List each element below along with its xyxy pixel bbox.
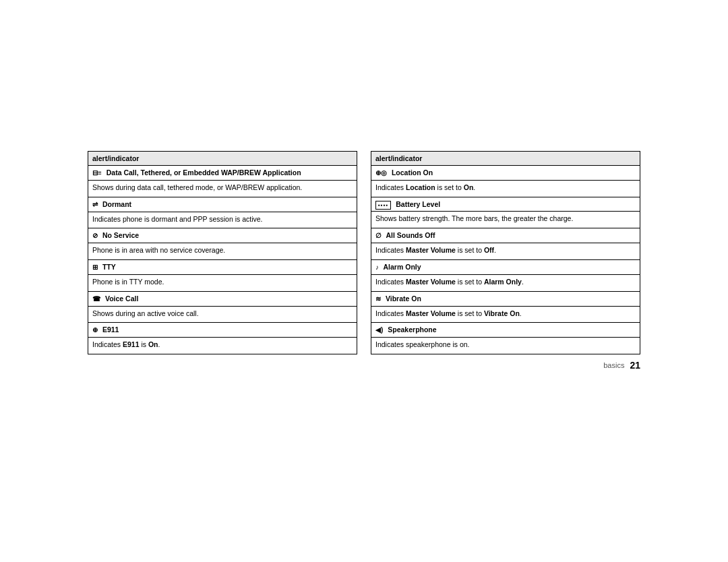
footer-page-number: 21 [630, 360, 640, 371]
location-bold1: Location [406, 183, 435, 191]
table-row: ⊘ No Service [88, 228, 357, 243]
e911-icon: ⊕ [92, 326, 98, 334]
sounds-off-bold2: Off [484, 246, 494, 254]
left-table-header: alert/indicator [88, 151, 357, 165]
speakerphone-header: ◀) Speakerphone [371, 323, 640, 338]
table-row: ☎ Voice Call [88, 291, 357, 306]
alarm-bold1: Master Volume [406, 278, 456, 286]
e911-label: E911 [102, 325, 119, 334]
location-on-desc: Indicates Location is set to On. [371, 180, 640, 197]
right-table: alert/indicator ⊕◎ Location On Indicates… [371, 151, 640, 354]
table-row: ⇌ Dormant [88, 197, 357, 212]
data-call-label: Data Call, Tethered, or Embedded WAP/BRE… [107, 168, 301, 177]
voice-call-desc: Shows during an active voice call. [88, 306, 357, 323]
battery-level-icon: ▪▪▪▪ [375, 201, 391, 210]
battery-level-desc: Shows battery strength. The more bars, t… [371, 212, 640, 228]
battery-level-header: ▪▪▪▪ Battery Level [371, 197, 640, 212]
table-row: Indicates Master Volume is set to Alarm … [371, 274, 640, 291]
table-row: Indicates Master Volume is set to Vibrat… [371, 306, 640, 323]
alarm-only-label: Alarm Only [384, 263, 421, 271]
table-row: ⊟≡ Data Call, Tethered, or Embedded WAP/… [88, 165, 357, 180]
table-row: ⊕ E911 [88, 323, 357, 338]
table-row: Shows battery strength. The more bars, t… [371, 212, 640, 228]
dormant-header: ⇌ Dormant [88, 197, 357, 212]
alarm-only-icon: ♪ [375, 263, 379, 271]
footer-basics: basics [603, 361, 624, 369]
table-row: Phone is in TTY mode. [88, 275, 357, 292]
table-row: ◀) Speakerphone [371, 323, 640, 338]
alarm-only-desc: Indicates Master Volume is set to Alarm … [371, 274, 640, 291]
speakerphone-desc: Indicates speakerphone is on. [371, 338, 640, 354]
data-call-header: ⊟≡ Data Call, Tethered, or Embedded WAP/… [88, 165, 357, 180]
table-row: Phone is in area with no service coverag… [88, 243, 357, 260]
footer-row: basics 21 [88, 360, 640, 371]
no-service-icon: ⊘ [92, 232, 98, 239]
table-row: ▪▪▪▪ Battery Level [371, 197, 640, 212]
vibrate-on-desc: Indicates Master Volume is set to Vibrat… [371, 306, 640, 323]
speakerphone-label: Speakerphone [388, 325, 436, 334]
battery-level-label: Battery Level [396, 200, 440, 208]
sounds-off-bold1: Master Volume [406, 246, 456, 254]
vibrate-bold1: Master Volume [406, 309, 456, 317]
left-table: alert/indicator ⊟≡ Data Call, Tethered, … [88, 151, 357, 354]
content-area: alert/indicator ⊟≡ Data Call, Tethered, … [88, 151, 640, 371]
table-row: ⊕◎ Location On [371, 165, 640, 180]
data-call-desc: Shows during data call, tethered mode, o… [88, 180, 357, 197]
speakerphone-icon: ◀) [375, 326, 383, 334]
table-row: Shows during data call, tethered mode, o… [88, 180, 357, 197]
all-sounds-off-label: All Sounds Off [386, 231, 435, 239]
voice-call-icon: ☎ [92, 295, 100, 303]
right-table-header: alert/indicator [371, 151, 640, 165]
table-row: ≋ Vibrate On [371, 291, 640, 306]
e911-header: ⊕ E911 [88, 323, 357, 338]
location-on-header: ⊕◎ Location On [371, 165, 640, 180]
no-service-desc: Phone is in area with no service coverag… [88, 243, 357, 260]
dormant-label: Dormant [102, 200, 131, 208]
voice-call-label: Voice Call [105, 294, 138, 303]
table-row: Shows during an active voice call. [88, 306, 357, 323]
no-service-label: No Service [102, 231, 139, 239]
e911-bold1: E911 [123, 340, 140, 348]
table-row: Indicates phone is dormant and PPP sessi… [88, 212, 357, 228]
all-sounds-off-icon: ∅ [375, 232, 382, 239]
page-wrapper: alert/indicator ⊟≡ Data Call, Tethered, … [0, 0, 728, 562]
no-service-header: ⊘ No Service [88, 228, 357, 243]
all-sounds-off-desc: Indicates Master Volume is set to Off. [371, 243, 640, 260]
location-on-label: Location On [392, 168, 433, 177]
table-row: Indicates E911 is On. [88, 338, 357, 354]
vibrate-bold2: Vibrate On [484, 309, 520, 317]
table-row: Indicates Location is set to On. [371, 180, 640, 197]
vibrate-on-header: ≋ Vibrate On [371, 291, 640, 306]
dormant-desc: Indicates phone is dormant and PPP sessi… [88, 212, 357, 228]
e911-desc: Indicates E911 is On. [88, 338, 357, 354]
table-row: Indicates Master Volume is set to Off. [371, 243, 640, 260]
all-sounds-off-header: ∅ All Sounds Off [371, 228, 640, 243]
alarm-bold2: Alarm Only [484, 278, 522, 286]
vibrate-on-icon: ≋ [375, 295, 381, 303]
table-row: ⊞ TTY [88, 260, 357, 275]
voice-call-header: ☎ Voice Call [88, 291, 357, 306]
e911-bold2: On [148, 340, 158, 348]
location-bold2: On [464, 183, 474, 191]
tty-header: ⊞ TTY [88, 260, 357, 275]
tty-label: TTY [102, 263, 116, 271]
table-row: Indicates speakerphone is on. [371, 338, 640, 354]
table-row: ∅ All Sounds Off [371, 228, 640, 243]
vibrate-on-label: Vibrate On [386, 294, 421, 303]
tty-icon: ⊞ [92, 263, 98, 271]
alarm-only-header: ♪ Alarm Only [371, 259, 640, 274]
tables-row: alert/indicator ⊟≡ Data Call, Tethered, … [88, 151, 640, 354]
table-row: ♪ Alarm Only [371, 259, 640, 274]
dormant-icon: ⇌ [92, 201, 98, 208]
tty-desc: Phone is in TTY mode. [88, 275, 357, 292]
location-on-icon: ⊕◎ [375, 169, 387, 177]
data-call-icon: ⊟≡ [92, 169, 102, 177]
